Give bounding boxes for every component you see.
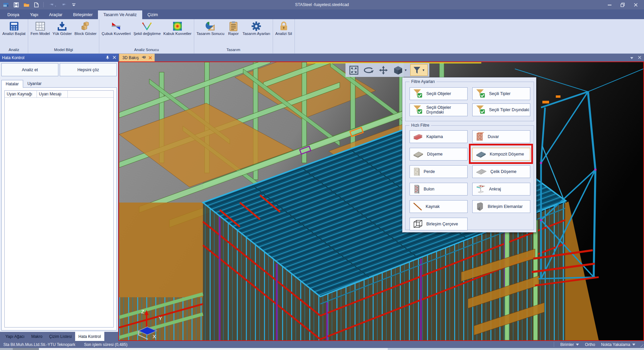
secili-tipler-disindaki-button[interactable]: Seçili Tipler Dışındaki (472, 103, 530, 116)
cladding-icon (413, 133, 423, 141)
zoom-extents-button[interactable] (347, 64, 361, 76)
filter-button[interactable]: ▼ (410, 64, 428, 76)
duvar-button[interactable]: Duvar (472, 130, 530, 143)
tab-close-icon[interactable] (638, 55, 641, 60)
block-goster-button[interactable]: Block Göster (73, 20, 98, 41)
tab-hatalar[interactable]: Hatalar (1, 80, 23, 88)
birlesim-cerceve-button[interactable]: Birleşim Çerçeve (410, 218, 468, 230)
bottom-tab-cizim-listesi[interactable]: Çizim Listesi (46, 332, 75, 341)
tasarim-ayarlari-button[interactable]: Tasarım Ayarları (241, 20, 272, 41)
sekil-degistirme-button[interactable]: Şekil değiştirme (132, 20, 162, 41)
tab-cizim[interactable]: Çizim (142, 10, 163, 19)
yuk-goster-button[interactable]: Yük Göster (51, 20, 73, 41)
status-separator (554, 342, 554, 347)
hata-kontrol-panel: Hata Kontrol Analiz et Hepsini çöz Hatal… (0, 54, 118, 332)
secili-objeler-button[interactable]: Seçili Objeler (410, 87, 468, 100)
tab-3d-bakis[interactable]: 3D Bakış (119, 54, 155, 61)
column-header-uyari-mesaji[interactable]: Uyarı Mesajı (37, 91, 68, 97)
tab-araclar[interactable]: Araçlar (44, 10, 68, 19)
view-cube-button[interactable]: ▼ (391, 64, 409, 76)
filter-dropdown-icon[interactable]: ▼ (422, 69, 425, 72)
bottom-tab-hata-kontrol[interactable]: Hata Kontrol (75, 332, 104, 341)
doc-close-icon[interactable] (149, 56, 152, 59)
viewport-3d[interactable]: Z Y X (118, 61, 644, 341)
shell-contour-icon (172, 21, 183, 32)
birimler-dropdown[interactable]: Birimler (560, 342, 579, 347)
tab-list-dropdown-icon[interactable] (630, 55, 633, 60)
secili-objeler-disindaki-button[interactable]: Seçili Objeler Dışındaki (410, 103, 468, 116)
analizi-baslat-button[interactable]: Analizi Başlat (1, 20, 27, 41)
tab-dosya[interactable]: Dosya (2, 10, 24, 19)
analiz-et-button[interactable]: Analiz et (1, 63, 58, 76)
bulon-button[interactable]: Bulon (410, 183, 468, 195)
column-header-uyari-kaynagi[interactable]: Uyarı Kaynağı (5, 91, 37, 97)
design-settings-gear-icon (251, 21, 262, 32)
filter-icon (413, 66, 421, 74)
doc-pin-icon[interactable] (142, 56, 146, 59)
perde-button[interactable]: Perde (410, 165, 468, 178)
resize-grip[interactable] (639, 343, 643, 347)
tasarim-sonucu-button[interactable]: Tasarım Sonucu (195, 20, 226, 41)
tab-yapi[interactable]: Yapı (24, 10, 44, 19)
group-label-tasarim: Tasarım (195, 47, 272, 53)
orbit-button[interactable] (362, 64, 375, 76)
dock-bottom-tabs: Yapı Ağacı Makro Çizim Listesi Hata Kont… (0, 332, 118, 341)
funnel-check-icon (413, 105, 423, 115)
pan-button[interactable] (377, 64, 390, 76)
slab-icon (413, 150, 424, 158)
panel-header: Hata Kontrol (0, 54, 118, 62)
brick-wall-icon (476, 132, 484, 141)
axis-label-y: Y (159, 315, 162, 321)
ankraj-button[interactable]: Ankraj (472, 183, 530, 195)
celik-doseme-button[interactable]: Çelik Döşeme (472, 165, 530, 178)
ribbon-group-analizi-sil: Analizi Sil (273, 19, 295, 53)
kaplama-button[interactable]: Kaplama (410, 130, 468, 143)
left-dock-column: Hata Kontrol Analiz et Hepsini çöz Hatal… (0, 54, 118, 341)
kompozit-doseme-button[interactable]: Kompozit Döşeme (472, 148, 530, 161)
restore-button[interactable] (621, 3, 625, 7)
window-title: STASteel -fuayetest.steel4cad (0, 2, 644, 7)
error-list-empty-area[interactable] (5, 98, 113, 327)
pin-icon[interactable] (106, 55, 109, 60)
group-label-empty (274, 47, 294, 53)
axis-label-x: X (153, 334, 156, 339)
error-list-page: Uyarı Kaynağı Uyarı Mesajı (1, 87, 117, 331)
bottom-tab-yapi-agaci[interactable]: Yapı Ağacı (2, 332, 28, 341)
anchor-icon (476, 184, 486, 194)
minimize-button[interactable] (607, 3, 612, 7)
last-operation-time-text: Son işlem süresi (0,485) (84, 342, 127, 347)
weld-icon (413, 202, 422, 211)
connection-frame-icon (413, 219, 423, 229)
panel-close-icon[interactable] (113, 55, 116, 60)
bolt-plate-icon (413, 184, 420, 194)
nokta-yakalama-dropdown[interactable]: Nokta Yakalama (601, 342, 635, 347)
doc-tab-label: 3D Bakış (122, 55, 139, 60)
secili-tipler-button[interactable]: Seçili Tipler (472, 87, 530, 100)
filter-settings-group-label: Filtre Ayarları (410, 79, 436, 84)
company-name-text: Sta Bil.Muh.Mus.Ltd.Sti.-YTU Teknopark (3, 342, 75, 347)
ribbon-group-analiz: Analizi Başlat Analiz (0, 19, 28, 53)
doseme-button[interactable]: Döşeme (410, 148, 468, 161)
kabuk-kuvvetler-button[interactable]: Kabuk Kuvvetler (162, 20, 193, 41)
bottom-tab-makro[interactable]: Makro (28, 332, 46, 341)
rapor-button[interactable]: Rapor (226, 20, 241, 41)
hepsini-coz-button[interactable]: Hepsini çöz (60, 63, 117, 76)
view-cube-dropdown-icon[interactable]: ▼ (404, 69, 407, 72)
ribbon-tab-bar: Dosya Yapı Araçlar Birleşimler Tasarım V… (0, 9, 644, 19)
tab-tasarim-ve-analiz[interactable]: Tasarım Ve Analiz (98, 10, 142, 19)
birlesim-elemanlar-button[interactable]: Birleşim Elemanlar (472, 200, 530, 213)
ortho-toggle[interactable]: Ortho (585, 342, 595, 347)
cubuk-kuvvetleri-button[interactable]: Çubuk Kuvvetleri (100, 20, 132, 41)
kaynak-button[interactable]: Kaynak (410, 200, 468, 213)
tab-birlesimler[interactable]: Birleşimler (68, 10, 98, 19)
analizi-sil-button[interactable]: Analizi Sil (274, 20, 293, 41)
group-label-analiz-sonucu: Analiz Sonucu (100, 47, 193, 53)
ribbon-group-analiz-sonucu: Çubuk Kuvvetleri Şekil değiştirme Kabuk … (99, 19, 194, 53)
title-bar: STASteel -fuayetest.steel4cad (0, 0, 644, 9)
filter-settings-group: Filtre Ayarları Seçili Objeler Seçili Ti… (405, 82, 534, 121)
quick-filter-group: Hızlı Filtre Kaplama Duvar (405, 125, 534, 230)
tab-uyarilar[interactable]: Uyarılar (23, 80, 46, 87)
fem-model-button[interactable]: Fem Model (29, 20, 51, 41)
ribbon-group-model-bilgi: Fem Model Yük Göster Block Göster Model … (28, 19, 99, 53)
close-button[interactable] (634, 3, 638, 7)
